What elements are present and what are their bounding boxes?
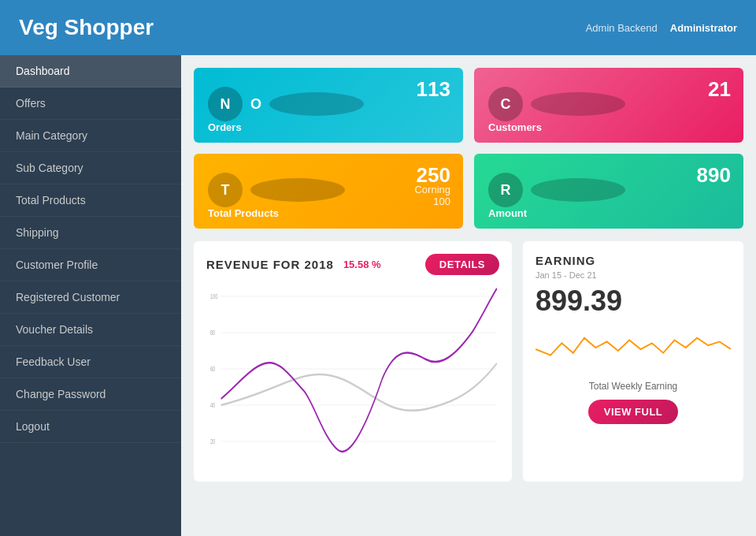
sidebar-item-voucher-details[interactable]: Voucher Details	[0, 314, 181, 346]
earning-date: Jan 15 - Dec 21	[536, 270, 731, 280]
sidebar-item-dashboard[interactable]: Dashboard	[0, 55, 181, 87]
customers-avatar: C	[488, 87, 523, 121]
bottom-grid: REVENUE FOR 2018 15.58 % DETAILS 100 80 …	[194, 241, 743, 482]
svg-text:100: 100	[210, 292, 217, 301]
earning-card: EARNING Jan 15 - Dec 21 899.39 Total Wee…	[523, 241, 743, 482]
orders-icon-area: N O	[208, 87, 449, 121]
stat-card-customers: 21 C Customers	[474, 68, 743, 143]
orders-number: 113	[417, 77, 450, 102]
products-oval	[250, 178, 345, 202]
sidebar-item-change-password[interactable]: Change Password	[0, 378, 181, 411]
sidebar-item-customer-profile[interactable]: Customer Profile	[0, 249, 181, 281]
revenue-title: REVENUE FOR 2018	[206, 258, 334, 271]
revenue-chart: 100 80 60 40 20	[206, 285, 499, 466]
customers-label: Customers	[488, 121, 542, 133]
earning-sparkline	[536, 326, 731, 373]
products-icon-area: T	[208, 173, 449, 207]
amount-number: 890	[697, 163, 731, 188]
sidebar-item-logout[interactable]: Logout	[0, 411, 181, 443]
earning-title: EARNING	[536, 254, 731, 267]
stat-card-products: 250 Corning100 T Total Products	[194, 154, 463, 229]
sidebar-item-registered-customer[interactable]: Registered Customer	[0, 281, 181, 314]
orders-label: Orders	[208, 121, 242, 133]
customers-oval	[531, 92, 625, 116]
products-label: Total Products	[208, 207, 279, 219]
svg-text:40: 40	[210, 401, 215, 410]
admin-backend-link[interactable]: Admin Backend	[586, 22, 658, 34]
customers-icon-area: C	[488, 87, 729, 121]
sidebar-item-shipping[interactable]: Shipping	[0, 217, 181, 249]
sidebar-item-offers[interactable]: Offers	[0, 87, 181, 120]
stat-card-amount: 890 R Amount	[474, 154, 743, 229]
amount-icon-area: R	[488, 173, 729, 207]
orders-oval	[269, 92, 364, 116]
earning-amount: 899.39	[536, 285, 731, 318]
products-number-secondary: Corning100	[414, 184, 450, 207]
orders-letter-o: O	[250, 96, 261, 113]
revenue-card: REVENUE FOR 2018 15.58 % DETAILS 100 80 …	[194, 241, 512, 482]
revenue-header: REVENUE FOR 2018 15.58 % DETAILS	[206, 254, 499, 275]
earning-weekly-label: Total Weekly Earning	[536, 381, 731, 392]
header: Veg Shopper Admin Backend Administrator	[0, 0, 756, 55]
sidebar-item-total-products[interactable]: Total Products	[0, 184, 181, 217]
sidebar-item-sub-category[interactable]: Sub Category	[0, 152, 181, 184]
stats-grid: 113 N O Orders 21 C Customers 250	[194, 68, 743, 229]
stat-card-orders: 113 N O Orders	[194, 68, 463, 143]
administrator-link[interactable]: Administrator	[670, 22, 737, 34]
header-nav: Admin Backend Administrator	[586, 22, 737, 34]
svg-text:80: 80	[210, 329, 215, 337]
products-avatar: T	[208, 173, 243, 207]
view-full-button[interactable]: VIEW FULL	[588, 400, 679, 424]
amount-avatar: R	[488, 173, 523, 207]
layout: Dashboard Offers Main Category Sub Categ…	[0, 55, 756, 536]
revenue-percent: 15.58 %	[343, 259, 381, 270]
amount-label: Amount	[488, 207, 527, 219]
details-button[interactable]: DETAILS	[425, 254, 499, 275]
amount-oval	[531, 178, 625, 202]
sidebar-item-feedback-user[interactable]: Feedback User	[0, 346, 181, 378]
orders-avatar: N	[208, 87, 243, 121]
svg-text:20: 20	[210, 437, 215, 446]
sidebar: Dashboard Offers Main Category Sub Categ…	[0, 55, 181, 536]
customers-number: 21	[708, 77, 731, 102]
main-content: 113 N O Orders 21 C Customers 250	[181, 55, 756, 536]
sidebar-item-main-category[interactable]: Main Category	[0, 120, 181, 152]
app-title: Veg Shopper	[19, 15, 154, 40]
svg-text:60: 60	[210, 365, 215, 374]
